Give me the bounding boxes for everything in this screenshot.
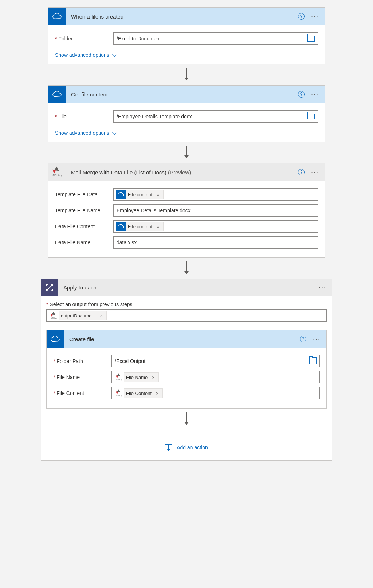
onedrive-icon	[116, 222, 126, 231]
folder-picker-icon[interactable]	[307, 114, 315, 119]
file-input[interactable]: /Employee Details Template.docx	[113, 110, 318, 123]
template-file-data-input[interactable]: File content ×	[113, 188, 318, 201]
data-file-name-input[interactable]: data.xlsx	[113, 236, 318, 249]
step-header[interactable]: When a file is created ? ···	[48, 8, 325, 25]
step-title: When a file is created	[66, 13, 298, 20]
step-mail-merge: API Key Mail Merge with Data File (List …	[48, 163, 325, 258]
onedrive-icon	[48, 8, 66, 25]
more-menu-icon[interactable]: ···	[310, 169, 320, 176]
step-title: Apply to each	[58, 284, 317, 291]
flow-arrow	[46, 409, 327, 430]
show-advanced-label: Show advanced options	[55, 52, 109, 58]
add-action-button[interactable]: Add an action	[46, 444, 327, 451]
step-when-file-created: When a file is created ? ··· Folder /Exc…	[48, 7, 325, 64]
template-file-name-input[interactable]: Employee Details Template.docx	[113, 204, 318, 217]
folder-path-input[interactable]: /Excel Output	[111, 355, 320, 367]
apikey-icon: API Key	[49, 311, 59, 320]
step-title: Get file content	[66, 91, 298, 98]
add-action-label: Add an action	[177, 445, 208, 450]
file-name-label: File Name	[53, 374, 108, 380]
flow-arrow	[48, 142, 325, 163]
data-file-content-input[interactable]: File content ×	[113, 220, 318, 233]
select-output-input[interactable]: API Key outputDocume... ×	[46, 309, 327, 322]
chevron-down-icon	[112, 130, 117, 135]
data-file-name-label: Data File Name	[55, 240, 110, 245]
help-icon[interactable]: ?	[298, 91, 305, 98]
file-name-input[interactable]: API Key File Name ×	[111, 371, 320, 383]
apikey-icon: API Key	[48, 163, 66, 181]
folder-path-label: Folder Path	[53, 358, 108, 364]
flow-arrow	[48, 64, 325, 85]
remove-token-icon[interactable]: ×	[98, 313, 104, 319]
data-file-content-label: Data File Content	[55, 224, 110, 229]
show-advanced-label: Show advanced options	[55, 130, 109, 136]
folder-label: Folder	[55, 36, 110, 42]
onedrive-icon	[47, 330, 64, 348]
remove-token-icon[interactable]: ×	[154, 391, 160, 396]
loop-icon	[41, 279, 58, 296]
step-title: Mail Merge with Data File (List of Docs)…	[66, 169, 298, 175]
file-label: File	[55, 114, 110, 119]
flow-arrow	[48, 258, 325, 279]
show-advanced-options[interactable]: Show advanced options	[55, 52, 116, 58]
remove-token-icon[interactable]: ×	[155, 192, 161, 197]
more-menu-icon[interactable]: ···	[310, 91, 320, 98]
more-menu-icon[interactable]: ···	[317, 284, 328, 291]
file-content-token[interactable]: File content ×	[116, 222, 164, 231]
folder-value: /Excel to Document	[117, 36, 305, 42]
apikey-icon: API Key	[114, 372, 124, 382]
apikey-icon: API Key	[114, 388, 124, 398]
chevron-down-icon	[112, 52, 117, 57]
step-header[interactable]: Apply to each ···	[41, 279, 332, 296]
template-file-data-label: Template File Data	[55, 192, 110, 197]
onedrive-icon	[116, 190, 126, 199]
step-get-file-content: Get file content ? ··· File /Employee De…	[48, 85, 325, 142]
folder-input[interactable]: /Excel to Document	[113, 32, 318, 45]
select-output-label: Select an output from previous steps	[46, 301, 327, 307]
step-create-file: Create file ? ··· Folder Path /Excel Out…	[46, 330, 327, 409]
more-menu-icon[interactable]: ···	[311, 335, 322, 343]
remove-token-icon[interactable]: ×	[155, 224, 161, 229]
file-content-input[interactable]: API Key File Content ×	[111, 387, 320, 399]
help-icon[interactable]: ?	[300, 336, 306, 342]
help-icon[interactable]: ?	[298, 169, 305, 175]
onedrive-icon	[48, 86, 66, 103]
more-menu-icon[interactable]: ···	[310, 13, 320, 20]
step-header[interactable]: Create file ? ···	[47, 330, 326, 348]
step-title: Create file	[64, 336, 300, 342]
file-content-token[interactable]: File content ×	[116, 190, 164, 199]
output-documents-token[interactable]: API Key outputDocume... ×	[49, 311, 107, 320]
file-content-token[interactable]: API Key File Content ×	[114, 388, 163, 398]
file-value: /Employee Details Template.docx	[117, 114, 305, 119]
template-file-name-label: Template File Name	[55, 208, 110, 213]
folder-picker-icon[interactable]	[307, 36, 315, 42]
remove-token-icon[interactable]: ×	[150, 375, 156, 380]
help-icon[interactable]: ?	[298, 13, 305, 20]
show-advanced-options[interactable]: Show advanced options	[55, 130, 116, 136]
file-content-label: File Content	[53, 390, 108, 396]
file-name-token[interactable]: API Key File Name ×	[114, 372, 159, 382]
step-apply-to-each: Apply to each ··· Select an output from …	[41, 279, 332, 461]
step-header[interactable]: API Key Mail Merge with Data File (List …	[48, 163, 325, 181]
add-action-icon	[165, 444, 172, 451]
folder-picker-icon[interactable]	[309, 358, 317, 364]
step-header[interactable]: Get file content ? ···	[48, 86, 325, 103]
